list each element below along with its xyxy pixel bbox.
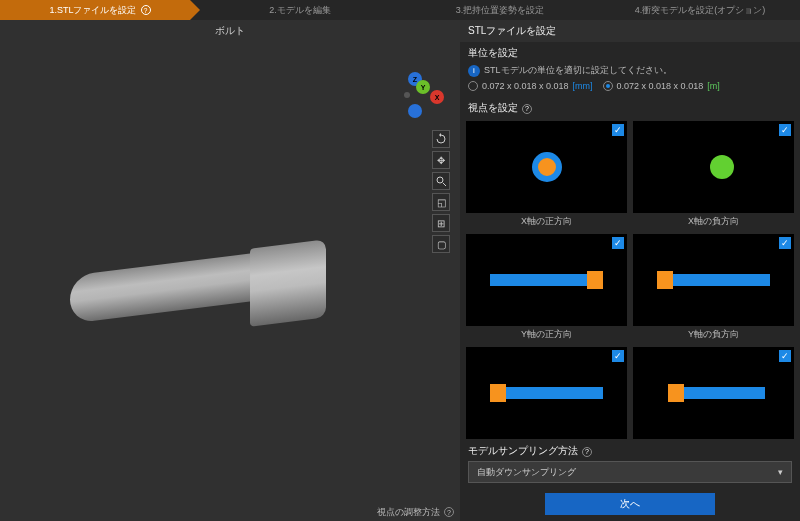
view-label: Y軸の正方向 [466, 326, 627, 341]
gizmo-center [404, 92, 410, 98]
step-label: 1.STLファイルを設定 [49, 4, 136, 17]
viewpoint-grid: ✓ X軸の正方向 ✓ X軸の負方向 ✓ Y軸の正方向 ✓ Y軸の負方向 [466, 121, 794, 440]
step-4[interactable]: 4.衝突モデルを設定(オプション) [600, 0, 800, 20]
orientation-gizmo[interactable]: Z Y X [392, 72, 444, 124]
step-label: 2.モデルを編集 [269, 4, 331, 17]
fit-tool[interactable]: ◱ [432, 193, 450, 211]
units-info-text: STLモデルの単位を適切に設定してください。 [484, 64, 672, 77]
grid-tool[interactable]: ⊞ [432, 214, 450, 232]
check-icon[interactable]: ✓ [612, 124, 624, 136]
chevron-down-icon: ▾ [778, 467, 783, 477]
wizard-steps: 1.STLファイルを設定? 2.モデルを編集 3.把持位置姿勢を設定 4.衝突モ… [0, 0, 800, 20]
check-icon[interactable]: ✓ [779, 124, 791, 136]
units-section: 単位を設定 i STLモデルの単位を適切に設定してください。 0.072 x 0… [460, 42, 800, 97]
bolt-model [70, 230, 370, 350]
footer-label: 視点の調整方法 [377, 506, 440, 519]
view-y-neg[interactable]: ✓ Y軸の負方向 [633, 234, 794, 341]
frame-tool[interactable]: ▢ [432, 235, 450, 253]
next-button[interactable]: 次へ [545, 493, 715, 515]
unit-m: [m] [707, 81, 720, 91]
object-name: ボルト [0, 20, 460, 42]
step-1[interactable]: 1.STLファイルを設定? [0, 0, 200, 20]
unit-mm: [mm] [573, 81, 593, 91]
panel-title: STLファイルを設定 [460, 20, 800, 42]
view-z-pos[interactable]: ✓ Z軸の正方向 [466, 347, 627, 440]
step-label: 4.衝突モデルを設定(オプション) [635, 4, 766, 17]
dimension: 0.072 x 0.018 x 0.018 [482, 81, 569, 91]
unit-m-option[interactable]: 0.072 x 0.018 x 0.018 [m] [603, 81, 720, 91]
viewport-tools: ✥ ◱ ⊞ ▢ [432, 130, 450, 253]
unit-mm-option[interactable]: 0.072 x 0.018 x 0.018 [mm] [468, 81, 593, 91]
units-title: 単位を設定 [468, 47, 518, 58]
view-label: Y軸の負方向 [633, 326, 794, 341]
view-z-neg[interactable]: ✓ Z軸の負方向 [633, 347, 794, 440]
view-x-pos[interactable]: ✓ X軸の正方向 [466, 121, 627, 228]
gizmo-x[interactable]: X [430, 90, 444, 104]
help-icon[interactable]: ? [141, 5, 151, 15]
help-icon[interactable]: ? [444, 507, 454, 517]
dimension: 0.072 x 0.018 x 0.018 [617, 81, 704, 91]
panel-footer: 次へ [460, 487, 800, 521]
view-label: X軸の負方向 [633, 213, 794, 228]
help-icon[interactable]: ? [582, 447, 592, 457]
radio-icon [603, 81, 613, 91]
step-label: 3.把持位置姿勢を設定 [456, 4, 545, 17]
check-icon[interactable]: ✓ [779, 350, 791, 362]
check-icon[interactable]: ✓ [612, 237, 624, 249]
view-label: X軸の正方向 [466, 213, 627, 228]
view-label: Z軸の正方向 [466, 439, 627, 440]
sampling-select[interactable]: 自動ダウンサンプリング ▾ [468, 461, 792, 483]
viewport-footer: 視点の調整方法 ? [371, 503, 460, 521]
unit-radios: 0.072 x 0.018 x 0.018 [mm] 0.072 x 0.018… [468, 81, 792, 91]
view-y-pos[interactable]: ✓ Y軸の正方向 [466, 234, 627, 341]
sampling-section: モデルサンプリング方法? 自動ダウンサンプリング ▾ [460, 440, 800, 487]
radio-icon [468, 81, 478, 91]
view-label: Z軸の負方向 [633, 439, 794, 440]
info-icon: i [468, 65, 480, 77]
viewpoint-title: 視点を設定 [468, 102, 518, 113]
units-info: i STLモデルの単位を適切に設定してください。 [468, 64, 792, 77]
help-icon[interactable]: ? [522, 104, 532, 114]
step-3[interactable]: 3.把持位置姿勢を設定 [400, 0, 600, 20]
svg-line-1 [443, 183, 446, 186]
viewport-3d[interactable]: ボルト Z Y X ✥ ◱ ⊞ ▢ 視点の調整方法 [0, 20, 460, 521]
sampling-title: モデルサンプリング方法 [468, 445, 578, 456]
zoom-tool[interactable] [432, 172, 450, 190]
gizmo-y[interactable]: Y [416, 80, 430, 94]
rotate-tool[interactable] [432, 130, 450, 148]
settings-panel: STLファイルを設定 単位を設定 i STLモデルの単位を適切に設定してください… [460, 20, 800, 521]
check-icon[interactable]: ✓ [612, 350, 624, 362]
view-x-neg[interactable]: ✓ X軸の負方向 [633, 121, 794, 228]
svg-point-0 [437, 177, 443, 183]
gizmo-back[interactable] [408, 104, 422, 118]
check-icon[interactable]: ✓ [779, 237, 791, 249]
sampling-value: 自動ダウンサンプリング [477, 466, 576, 479]
pan-tool[interactable]: ✥ [432, 151, 450, 169]
step-2[interactable]: 2.モデルを編集 [200, 0, 400, 20]
